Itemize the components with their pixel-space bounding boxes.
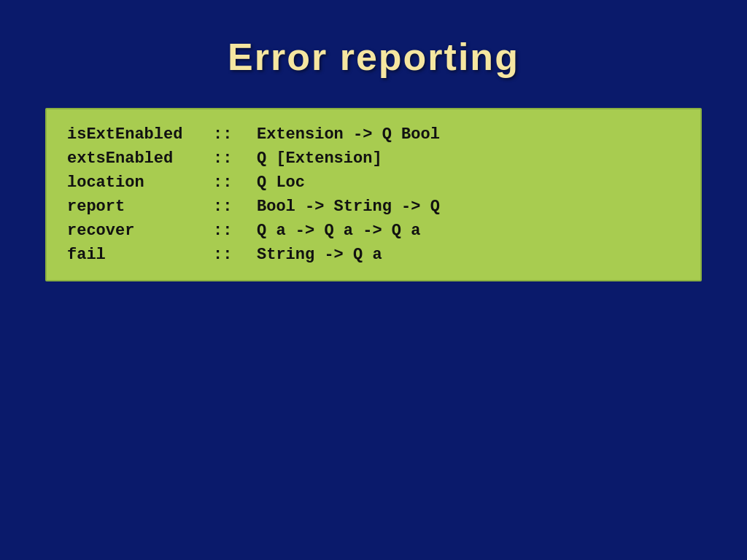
code-row-type: Q a -> Q a -> Q a xyxy=(257,219,680,243)
code-row-separator: :: xyxy=(213,195,257,219)
code-row-name: recover xyxy=(67,219,213,243)
code-row: location::Q Loc xyxy=(67,171,680,195)
code-row-name: location xyxy=(67,171,213,195)
code-row-name: isExtEnabled xyxy=(67,122,213,147)
code-row-name: fail xyxy=(67,243,213,267)
code-row-type: Bool -> String -> Q xyxy=(257,195,680,219)
code-row-type: String -> Q a xyxy=(257,243,680,267)
page-title: Error reporting xyxy=(0,35,747,79)
code-row-separator: :: xyxy=(213,171,257,195)
code-row: isExtEnabled::Extension -> Q Bool xyxy=(67,122,680,147)
code-row: fail::String -> Q a xyxy=(67,243,680,267)
code-row-separator: :: xyxy=(213,147,257,171)
code-row: recover::Q a -> Q a -> Q a xyxy=(67,219,680,243)
code-row: report::Bool -> String -> Q xyxy=(67,195,680,219)
code-row-type: Q Loc xyxy=(257,171,680,195)
title-area: Error reporting xyxy=(0,0,747,108)
code-row-separator: :: xyxy=(213,243,257,267)
code-row-name: extsEnabled xyxy=(67,147,213,171)
code-row-separator: :: xyxy=(213,122,257,147)
code-row-type: Extension -> Q Bool xyxy=(257,122,680,147)
code-table: isExtEnabled::Extension -> Q BoolextsEna… xyxy=(67,122,680,267)
code-row: extsEnabled::Q [Extension] xyxy=(67,147,680,171)
code-block: isExtEnabled::Extension -> Q BoolextsEna… xyxy=(45,108,702,281)
code-row-type: Q [Extension] xyxy=(257,147,680,171)
code-row-name: report xyxy=(67,195,213,219)
code-row-separator: :: xyxy=(213,219,257,243)
